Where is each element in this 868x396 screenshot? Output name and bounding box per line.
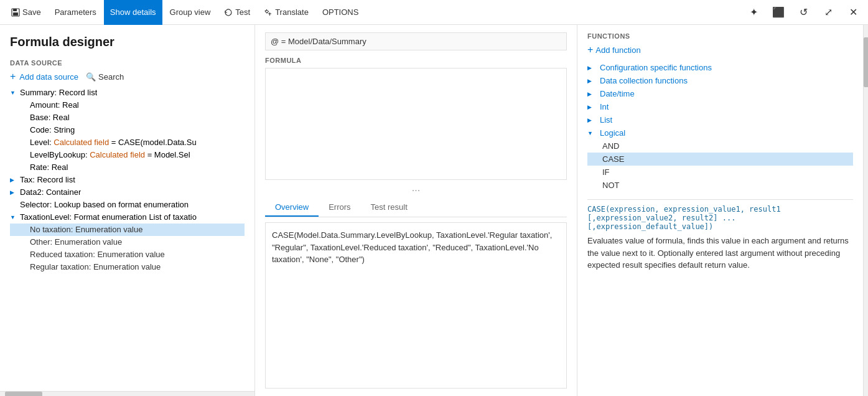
tree-item-label: Other: Enumeration value [30, 237, 122, 248]
left-panel-inner: Formula designer DATA SOURCE + Add data … [0, 25, 254, 391]
fn-child-item[interactable]: IF [587, 166, 853, 179]
tree-item[interactable]: Regular taxation: Enumeration value [10, 261, 245, 273]
test-button[interactable]: Test [218, 0, 256, 25]
tree-item-label: Selector: Lookup based on format enumera… [20, 199, 189, 210]
tree-item[interactable]: No taxation: Enumeration value [10, 224, 245, 236]
refresh-icon-btn[interactable]: ↺ [793, 2, 813, 22]
pin-icon-btn[interactable]: ✦ [744, 2, 763, 22]
tree-item[interactable]: ▶Data2: Container [10, 186, 245, 199]
show-details-label: Show details [110, 7, 156, 17]
save-label: Save [22, 7, 41, 17]
options-button[interactable]: OPTIONS [316, 0, 365, 25]
tree-item[interactable]: Code: String [10, 124, 245, 136]
fn-child-item[interactable]: CASE [587, 153, 853, 166]
fn-child-item[interactable]: AND [587, 139, 853, 153]
tree-item-label: Summary: Record list [20, 87, 97, 98]
horizontal-scrollbar[interactable] [0, 391, 254, 396]
data-source-tree: ▼Summary: Record listAmount: RealBase: R… [10, 87, 245, 273]
translate-label: Translate [275, 7, 309, 17]
group-view-label: Group view [170, 7, 211, 17]
tree-item[interactable]: Other: Enumeration value [10, 236, 245, 248]
fn-category-item[interactable]: ▶List [587, 113, 853, 126]
group-view-button[interactable]: Group view [164, 0, 217, 25]
left-panel: Formula designer DATA SOURCE + Add data … [0, 25, 255, 396]
search-button[interactable]: 🔍 Search [86, 72, 124, 82]
tab-overview[interactable]: Overview [265, 199, 319, 217]
tree-item[interactable]: ▶Tax: Record list [10, 174, 245, 186]
search-label: Search [98, 72, 124, 82]
tree-item[interactable]: Level: Calculated field = CASE(model.Dat… [10, 136, 245, 149]
functions-tree: ▶Configuration specific functions▶Data c… [587, 61, 853, 192]
functions-label: FUNCTIONS [587, 32, 853, 40]
fn-category-item[interactable]: ▼Logical [587, 126, 853, 139]
tree-toggle[interactable]: ▼ [10, 87, 20, 98]
center-dots: ... [265, 180, 567, 196]
overview-box[interactable]: CASE(Model.Data.Summary.LevelByLookup, T… [265, 222, 567, 389]
save-icon [11, 8, 20, 17]
tree-item-label: No taxation: Enumeration value [30, 224, 142, 235]
fn-label: Data collection functions [600, 76, 688, 85]
tree-toggle[interactable]: ▼ [10, 212, 20, 223]
fn-label: Date/time [600, 89, 635, 98]
function-description-box: CASE(expression, expression_value1, resu… [587, 199, 853, 271]
tree-item[interactable]: Reduced taxation: Enumeration value [10, 248, 245, 261]
tree-item[interactable]: Selector: Lookup based on format enumera… [10, 199, 245, 211]
close-icon-btn[interactable]: ✕ [843, 2, 863, 22]
fn-label: NOT [602, 181, 619, 190]
function-description: Evaluates value of formula, finds this v… [587, 235, 853, 271]
tree-item[interactable]: ▼Summary: Record list [10, 87, 245, 99]
show-details-button[interactable]: Show details [104, 0, 162, 25]
tree-item-label: Reduced taxation: Enumeration value [30, 249, 165, 260]
tree-item-label: Code: String [30, 125, 75, 136]
tree-item-label: Amount: Real [30, 100, 79, 111]
fn-category-item[interactable]: ▶Int [587, 100, 853, 113]
translate-button[interactable]: Translate [258, 0, 315, 25]
main-scrollbar[interactable] [863, 25, 868, 396]
tree-item-label: Regular taxation: Enumeration value [30, 262, 161, 273]
parameters-button[interactable]: Parameters [49, 0, 103, 25]
save-button[interactable]: Save [5, 0, 47, 25]
tab-test-result[interactable]: Test result [361, 199, 418, 217]
add-data-source-button[interactable]: + Add data source [10, 72, 78, 82]
tab-bar: Overview Errors Test result [265, 199, 567, 217]
data-path: @ = Model/Data/Summary [265, 32, 567, 50]
translate-icon [264, 8, 273, 17]
parameters-label: Parameters [55, 7, 96, 17]
tree-item[interactable]: Rate: Real [10, 161, 245, 174]
toolbar-right: ✦ ⬛ ↺ ⤢ ✕ [744, 2, 863, 22]
formula-label: FORMULA [265, 57, 567, 64]
tree-item-label: Tax: Record list [20, 174, 75, 186]
tree-item-label: TaxationLevel: Format enumeration List o… [20, 212, 197, 223]
plus-icon: + [10, 72, 16, 82]
add-function-button[interactable]: + Add function [587, 45, 853, 55]
fn-toggle-icon: ▶ [587, 91, 597, 97]
tree-item[interactable]: ▼TaxationLevel: Format enumeration List … [10, 211, 245, 224]
formula-editor[interactable] [265, 68, 567, 180]
test-label: Test [235, 7, 250, 17]
search-icon: 🔍 [86, 72, 96, 82]
office-icon-btn[interactable]: ⬛ [768, 2, 788, 22]
tree-item[interactable]: Base: Real [10, 111, 245, 124]
fn-child-item[interactable]: NOT [587, 179, 853, 192]
add-function-plus-icon: + [587, 45, 593, 55]
popout-icon-btn[interactable]: ⤢ [818, 2, 838, 22]
add-function-label: Add function [595, 45, 640, 55]
tree-item[interactable]: LevelByLookup: Calculated field = Model.… [10, 149, 245, 161]
fn-category-item[interactable]: ▶Configuration specific functions [587, 61, 853, 74]
tree-item-label: Data2: Container [20, 187, 81, 198]
page-title: Formula designer [10, 35, 245, 49]
data-source-toolbar: + Add data source 🔍 Search [10, 72, 245, 82]
tree-toggle[interactable]: ▶ [10, 187, 20, 198]
fn-label: Logical [600, 128, 625, 138]
overview-text: CASE(Model.Data.Summary.LevelByLookup, T… [272, 230, 552, 264]
tree-item-label: LevelByLookup: Calculated field = Model.… [30, 149, 190, 161]
tab-errors[interactable]: Errors [319, 199, 360, 217]
tree-toggle[interactable]: ▶ [10, 174, 20, 186]
main-scrollbar-thumb [864, 37, 868, 87]
tree-item[interactable]: Amount: Real [10, 99, 245, 111]
fn-category-item[interactable]: ▶Data collection functions [587, 74, 853, 87]
fn-label: AND [602, 141, 619, 151]
fn-label: IF [602, 167, 610, 177]
svg-rect-1 [13, 9, 17, 11]
fn-category-item[interactable]: ▶Date/time [587, 87, 853, 100]
